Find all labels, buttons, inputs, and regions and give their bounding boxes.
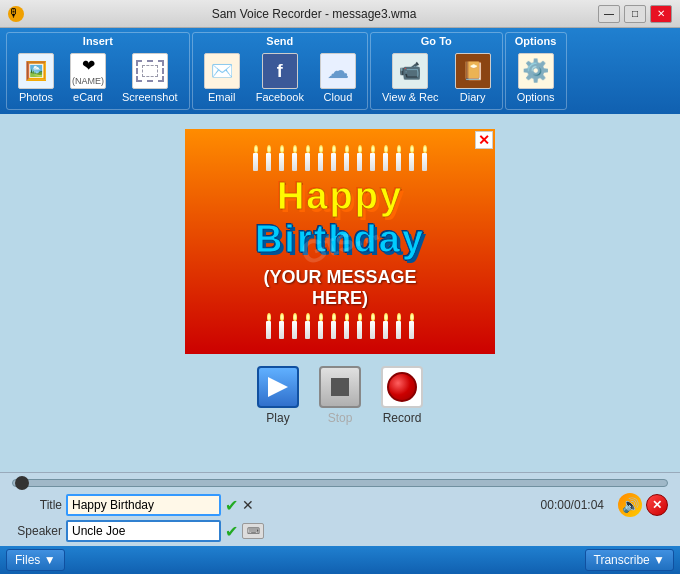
play-button[interactable]: Play <box>257 366 299 425</box>
toolbar-goto-items: 📹 View & Rec 📔 Diary <box>375 49 498 107</box>
title-clear-icon[interactable]: ✕ <box>242 497 254 513</box>
title-field-label: Title <box>12 498 62 512</box>
candle-b9 <box>370 313 375 339</box>
photos-button[interactable]: 🖼️ Photos <box>11 49 61 107</box>
stop-icon <box>319 366 361 408</box>
toolbar-group-options: Options ⚙️ Options <box>505 32 567 110</box>
your-message-text: (YOUR MESSAGEHERE) <box>263 267 416 309</box>
candle-b11 <box>396 313 401 339</box>
record-button[interactable]: Record <box>381 366 423 425</box>
ecard-label: eCard <box>73 91 103 103</box>
facebook-button[interactable]: f Facebook <box>249 49 311 107</box>
record-circle <box>387 372 417 402</box>
candle-4 <box>292 145 297 171</box>
candle-2 <box>266 145 271 171</box>
screenshot-label: Screenshot <box>122 91 178 103</box>
progress-area: Title ✔ ✕ 00:00/01:04 🔊 ✕ Speaker ✔ ⌨ <box>0 472 680 546</box>
app-icon: 🎙 <box>8 6 24 22</box>
title-check-icon[interactable]: ✔ <box>225 496 238 515</box>
delete-icon[interactable]: ✕ <box>646 494 668 516</box>
toolbar-group-send: Send ✉️ Email f Facebook ☁ Cloud <box>192 32 368 110</box>
candle-13 <box>409 145 414 171</box>
candle-b2 <box>279 313 284 339</box>
candles-row-top <box>253 145 427 171</box>
record-icon <box>381 366 423 408</box>
app-window: 🎙 Sam Voice Recorder - message3.wma — □ … <box>0 0 680 574</box>
candle-5 <box>305 145 310 171</box>
viewrec-icon: 📹 <box>392 53 428 89</box>
progress-thumb[interactable] <box>15 476 29 490</box>
toolbar-group-goto-label: Go To <box>375 35 498 47</box>
toolbar-options-items: ⚙️ Options <box>510 49 562 107</box>
candle-9 <box>357 145 362 171</box>
ecard-button[interactable]: ❤ (NAME) eCard <box>63 49 113 107</box>
candle-10 <box>370 145 375 171</box>
play-label: Play <box>266 411 289 425</box>
files-button[interactable]: Files ▼ <box>6 549 65 571</box>
cloud-button[interactable]: ☁ Cloud <box>313 49 363 107</box>
transcribe-button[interactable]: Transcribe ▼ <box>585 549 674 571</box>
card-close-button[interactable]: ✕ <box>475 131 493 149</box>
card-container: ✕ H <box>185 129 495 354</box>
email-button[interactable]: ✉️ Email <box>197 49 247 107</box>
title-bar: 🎙 Sam Voice Recorder - message3.wma — □ … <box>0 0 680 28</box>
options-button[interactable]: ⚙️ Options <box>510 49 562 107</box>
cloud-icon: ☁ <box>320 53 356 89</box>
speaker-input[interactable] <box>66 520 221 542</box>
keyboard-icon[interactable]: ⌨ <box>242 523 264 539</box>
speaker-field-label: Speaker <box>12 524 62 538</box>
diary-icon: 📔 <box>455 53 491 89</box>
facebook-icon: f <box>262 53 298 89</box>
time-display: 00:00/01:04 <box>541 498 604 512</box>
cloud-label: Cloud <box>324 91 353 103</box>
screenshot-button[interactable]: Screenshot <box>115 49 185 107</box>
candle-b1 <box>266 313 271 339</box>
diary-button[interactable]: 📔 Diary <box>448 49 498 107</box>
candle-8 <box>344 145 349 171</box>
toolbar: Insert 🖼️ Photos ❤ (NAME) eCard <box>0 28 680 114</box>
maximize-button[interactable]: □ <box>624 5 646 23</box>
title-field-row: Title ✔ ✕ 00:00/01:04 🔊 ✕ <box>12 493 668 517</box>
candle-14 <box>422 145 427 171</box>
speaker-field-row: Speaker ✔ ⌨ <box>12 520 668 542</box>
stop-button[interactable]: Stop <box>319 366 361 425</box>
stop-square <box>331 378 349 396</box>
options-label: Options <box>517 91 555 103</box>
candle-6 <box>318 145 323 171</box>
window-controls: — □ ✕ <box>598 5 672 23</box>
candle-b6 <box>331 313 336 339</box>
viewrec-button[interactable]: 📹 View & Rec <box>375 49 446 107</box>
toolbar-group-insert: Insert 🖼️ Photos ❤ (NAME) eCard <box>6 32 190 110</box>
candle-3 <box>279 145 284 171</box>
toolbar-insert-items: 🖼️ Photos ❤ (NAME) eCard <box>11 49 185 107</box>
speaker-check-icon[interactable]: ✔ <box>225 522 238 541</box>
title-input[interactable] <box>66 494 221 516</box>
toolbar-group-insert-label: Insert <box>11 35 185 47</box>
candles-row-bottom <box>266 313 414 339</box>
play-icon <box>257 366 299 408</box>
birthday-card: Happy Birthday (YOUR MESSAGEHERE) <box>185 129 495 354</box>
happy-text: Happy <box>277 175 403 218</box>
candle-b5 <box>318 313 323 339</box>
volume-icon[interactable]: 🔊 <box>618 493 642 517</box>
stop-label: Stop <box>328 411 353 425</box>
minimize-button[interactable]: — <box>598 5 620 23</box>
toolbar-send-items: ✉️ Email f Facebook ☁ Cloud <box>197 49 363 107</box>
play-triangle <box>268 377 288 397</box>
candle-11 <box>383 145 388 171</box>
toolbar-group-goto: Go To 📹 View & Rec 📔 Diary <box>370 32 503 110</box>
facebook-label: Facebook <box>256 91 304 103</box>
candle-12 <box>396 145 401 171</box>
progress-bar-track[interactable] <box>12 479 668 487</box>
close-button[interactable]: ✕ <box>650 5 672 23</box>
candle-b12 <box>409 313 414 339</box>
candle-b4 <box>305 313 310 339</box>
content-area: ✕ H <box>0 114 680 472</box>
candle-b10 <box>383 313 388 339</box>
toolbar-group-options-label: Options <box>510 35 562 47</box>
viewrec-label: View & Rec <box>382 91 439 103</box>
candle-1 <box>253 145 258 171</box>
options-icon: ⚙️ <box>518 53 554 89</box>
window-title: Sam Voice Recorder - message3.wma <box>30 7 598 21</box>
candle-b3 <box>292 313 297 339</box>
